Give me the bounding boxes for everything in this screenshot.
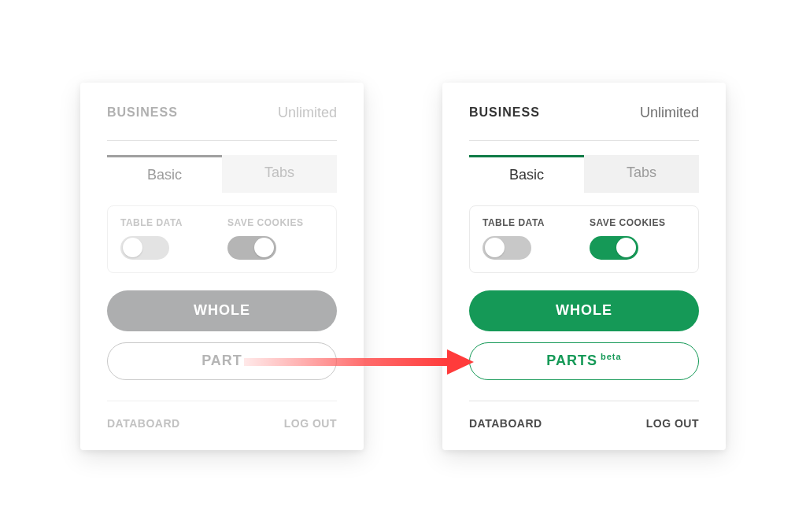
card-footer: DATABOARD LOG OUT [107,417,337,430]
plan-label: Unlimited [278,105,337,121]
whole-button[interactable]: WHOLE [469,290,699,331]
beta-badge: beta [601,352,622,361]
card-header: BUSINESS Unlimited [469,105,699,121]
brand-label: BUSINESS [469,105,540,120]
divider [469,401,699,401]
divider [107,140,337,141]
toggle-save-cookies-switch[interactable] [227,236,276,260]
card-header: BUSINESS Unlimited [107,105,337,121]
toggle-table-data-label: TABLE DATA [482,217,579,228]
logout-link[interactable]: LOG OUT [284,417,337,430]
tab-basic[interactable]: Basic [469,155,584,193]
toggle-table-data: TABLE DATA [482,217,579,260]
tab-tabs[interactable]: Tabs [584,155,699,193]
toggle-save-cookies: SAVE COOKIES [227,217,324,260]
toggle-save-cookies-label: SAVE COOKIES [590,217,686,228]
whole-button[interactable]: WHOLE [107,290,337,331]
brand-label: BUSINESS [107,105,178,120]
divider [107,401,337,401]
card-footer: DATABOARD LOG OUT [469,417,699,430]
toggle-table-data-switch[interactable] [120,236,169,260]
card-business-active: BUSINESS Unlimited Basic Tabs TABLE DATA… [442,83,726,450]
toggle-save-cookies: SAVE COOKIES [590,217,686,260]
databoard-link[interactable]: DATABOARD [469,417,542,430]
parts-button[interactable]: PARTS beta [469,342,699,380]
logout-link[interactable]: LOG OUT [646,417,699,430]
tabs: Basic Tabs [469,155,699,193]
toggle-save-cookies-label: SAVE COOKIES [227,217,324,228]
card-business-disabled: BUSINESS Unlimited Basic Tabs TABLE DATA… [80,83,364,450]
toggle-table-data-label: TABLE DATA [120,217,216,228]
toggle-save-cookies-switch[interactable] [590,236,638,260]
tab-tabs[interactable]: Tabs [222,155,337,193]
part-button[interactable]: PART [107,342,337,380]
tabs: Basic Tabs [107,155,337,193]
toggles-panel: TABLE DATA SAVE COOKIES [469,205,699,273]
plan-label: Unlimited [640,105,699,121]
toggle-table-data: TABLE DATA [120,217,216,260]
tab-basic[interactable]: Basic [107,155,222,193]
databoard-link[interactable]: DATABOARD [107,417,180,430]
parts-button-label: PARTS [546,353,597,369]
toggle-table-data-switch[interactable] [482,236,531,260]
divider [469,140,699,141]
toggles-panel: TABLE DATA SAVE COOKIES [107,205,337,273]
